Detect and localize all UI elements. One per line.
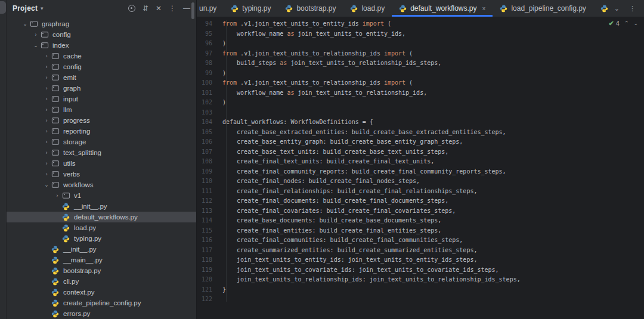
code-line[interactable]: 109 create_final_community_reports: buil… xyxy=(197,167,644,177)
tree-item-progress[interactable]: ›progress xyxy=(7,115,196,126)
tree-item-v1[interactable]: ›v1 xyxy=(7,190,196,201)
editor-tab-load-py[interactable]: load.py xyxy=(343,0,392,17)
line-number[interactable]: 104 xyxy=(197,117,222,128)
tree-item-context-py[interactable]: context.py xyxy=(7,287,196,298)
line-number[interactable]: 121 xyxy=(197,285,222,295)
tree-item-input[interactable]: ›input xyxy=(7,94,196,104)
code-line[interactable]: 100from .v1.join_text_units_to_relations… xyxy=(197,78,644,88)
code-line[interactable]: 104default_workflows: WorkflowDefinition… xyxy=(197,117,644,128)
code-line[interactable]: 114 create_base_documents: build_create_… xyxy=(197,216,644,226)
chevron-collapsed-icon[interactable]: › xyxy=(42,128,51,134)
project-panel-title[interactable]: Project xyxy=(13,4,38,13)
tree-scrollbar[interactable] xyxy=(191,2,194,19)
code-line[interactable]: 118 join_text_units_to_entity_ids: join_… xyxy=(197,255,644,265)
previous-problem-icon[interactable]: ⌃ xyxy=(624,18,629,29)
tree-item-typing-py[interactable]: typing.py xyxy=(7,233,196,244)
expand-collapse-icon[interactable]: ⇵ xyxy=(143,5,148,12)
line-number[interactable]: 113 xyxy=(197,206,222,216)
line-number[interactable]: 119 xyxy=(197,265,222,275)
line-number[interactable]: 112 xyxy=(197,196,222,206)
tree-item-llm[interactable]: ›llm xyxy=(7,104,196,115)
code-line[interactable]: 108 create_final_text_units: build_creat… xyxy=(197,157,644,167)
code-line[interactable]: 110 create_final_nodes: build_create_fin… xyxy=(197,176,644,187)
code-line[interactable]: 103 xyxy=(197,108,644,118)
tree-item-utils[interactable]: ›utils xyxy=(7,158,196,169)
collapse-all-icon[interactable]: ✕ xyxy=(156,5,162,12)
chevron-collapsed-icon[interactable]: › xyxy=(42,96,51,102)
code-line[interactable]: 107 create_base_text_units: build_create… xyxy=(197,147,644,157)
line-number[interactable]: 94 xyxy=(197,19,222,29)
chevron-expanded-icon[interactable]: ⌄ xyxy=(32,42,40,48)
chevron-down-icon[interactable]: ▾ xyxy=(41,5,44,11)
line-number[interactable]: 117 xyxy=(197,246,222,256)
line-number[interactable]: 100 xyxy=(197,78,222,88)
line-number[interactable]: 106 xyxy=(197,137,222,147)
locate-icon[interactable] xyxy=(128,5,135,12)
editor-tab-init-conte[interactable]: init_conte xyxy=(593,0,609,17)
line-number[interactable]: 114 xyxy=(197,216,222,226)
chevron-collapsed-icon[interactable]: › xyxy=(42,107,51,113)
tree-item-text-splitting[interactable]: ›text_splitting xyxy=(7,147,196,158)
code-line[interactable]: 111 create_final_relationships: build_cr… xyxy=(197,187,644,197)
code-line[interactable]: 98 build_steps as join_text_units_to_rel… xyxy=(197,58,644,69)
close-icon[interactable]: × xyxy=(482,5,486,12)
more-vertical-icon[interactable]: ⋮ xyxy=(169,5,176,12)
chevron-collapsed-icon[interactable]: › xyxy=(53,193,61,199)
tree-item-storage[interactable]: ›storage xyxy=(7,137,196,147)
tree-item-verbs[interactable]: ›verbs xyxy=(7,169,196,179)
tree-item-cache[interactable]: ›cache xyxy=(7,51,196,61)
chevron-collapsed-icon[interactable]: › xyxy=(42,64,51,70)
chevron-collapsed-icon[interactable]: › xyxy=(42,53,51,59)
line-number[interactable]: 120 xyxy=(197,275,222,285)
code-line[interactable]: 117 create_summarized_entities: build_cr… xyxy=(197,246,644,256)
tree-item-reporting[interactable]: ›reporting xyxy=(7,126,196,137)
editor-tab-load-pipeline-config-py[interactable]: load_pipeline_config.py xyxy=(493,0,593,17)
line-number[interactable]: 101 xyxy=(197,88,222,98)
tree-item-index[interactable]: ⌄index xyxy=(7,40,196,51)
chevron-collapsed-icon[interactable]: › xyxy=(42,150,51,156)
tree-item--init-py[interactable]: __init__.py xyxy=(7,201,196,212)
line-number[interactable]: 97 xyxy=(197,49,222,59)
chevron-expanded-icon[interactable]: ⌄ xyxy=(42,182,51,188)
code-line[interactable]: 122 xyxy=(197,295,644,305)
chevron-collapsed-icon[interactable]: › xyxy=(42,117,51,123)
code-line[interactable]: 96) xyxy=(197,39,644,49)
editor-tab-un-py[interactable]: un.py xyxy=(197,0,224,17)
line-number[interactable]: 103 xyxy=(197,108,222,118)
editor-tab-default-workflows-py[interactable]: default_workflows.py× xyxy=(392,0,493,17)
code-line[interactable]: 116 create_final_communities: build_crea… xyxy=(197,236,644,246)
code-line[interactable]: 113 create_final_covariates: build_creat… xyxy=(197,206,644,216)
code-line[interactable]: 112 create_final_documents: build_create… xyxy=(197,196,644,206)
editor-tab-bootstrap-py[interactable]: bootstrap.py xyxy=(278,0,343,17)
tree-item-emit[interactable]: ›emit xyxy=(7,72,196,83)
line-number[interactable]: 99 xyxy=(197,69,222,79)
code-editor[interactable]: 94from .v1.join_text_units_to_entity_ids… xyxy=(197,17,644,319)
tree-item-cli-py[interactable]: cli.py xyxy=(7,276,196,287)
tree-item-config[interactable]: ›config xyxy=(7,29,196,40)
chevron-collapsed-icon[interactable]: › xyxy=(42,139,51,145)
line-number[interactable]: 122 xyxy=(197,295,222,305)
line-number[interactable]: 107 xyxy=(197,147,222,157)
line-number[interactable]: 111 xyxy=(197,187,222,197)
chevron-collapsed-icon[interactable]: › xyxy=(42,75,51,80)
more-vertical-icon[interactable]: ⋮ xyxy=(629,5,636,13)
inspections-widget[interactable]: ✔ 4 ⌃ ⌄ xyxy=(609,18,639,29)
code-line[interactable]: 99) xyxy=(197,69,644,79)
chevron-collapsed-icon[interactable]: › xyxy=(42,171,51,177)
code-line[interactable]: 97from .v1.join_text_units_to_relationsh… xyxy=(197,49,644,59)
project-tool-window-button[interactable] xyxy=(0,1,6,14)
line-number[interactable]: 109 xyxy=(197,167,222,177)
code-area[interactable]: 94from .v1.join_text_units_to_entity_ids… xyxy=(197,19,644,305)
tree-item-default-workflows-py[interactable]: default_workflows.py xyxy=(7,212,196,222)
line-number[interactable]: 110 xyxy=(197,176,222,187)
tree-item-load-py[interactable]: load.py xyxy=(7,222,196,233)
tree-item-graph[interactable]: ›graph xyxy=(7,83,196,94)
code-line[interactable]: 101 workflow_name as join_text_units_to_… xyxy=(197,88,644,98)
code-line[interactable]: 106 create_base_entity_graph: build_crea… xyxy=(197,137,644,147)
tree-item-bootstrap-py[interactable]: bootstrap.py xyxy=(7,265,196,276)
tree-item-config[interactable]: ›config xyxy=(7,61,196,72)
line-number[interactable]: 118 xyxy=(197,255,222,265)
chevron-down-icon[interactable]: ⌄ xyxy=(614,5,620,13)
chevron-collapsed-icon[interactable]: › xyxy=(32,32,40,38)
code-line[interactable]: 102) xyxy=(197,98,644,108)
